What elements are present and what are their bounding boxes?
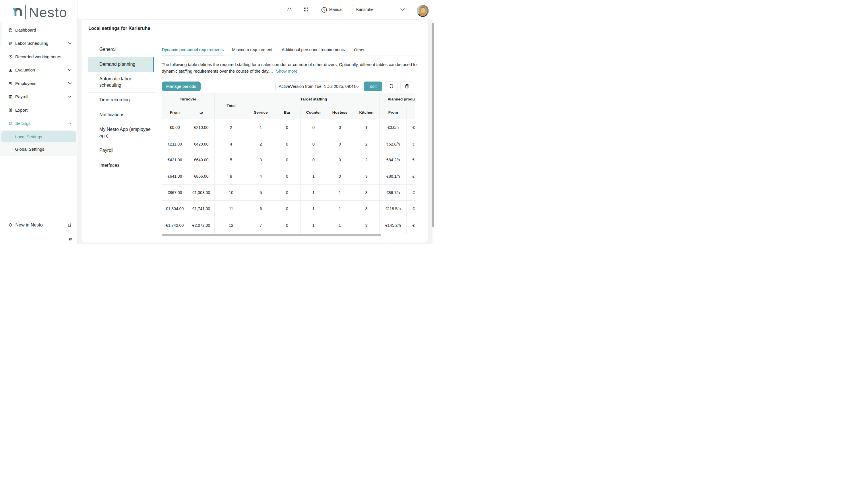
svg-text:Nesto: Nesto	[29, 5, 67, 20]
